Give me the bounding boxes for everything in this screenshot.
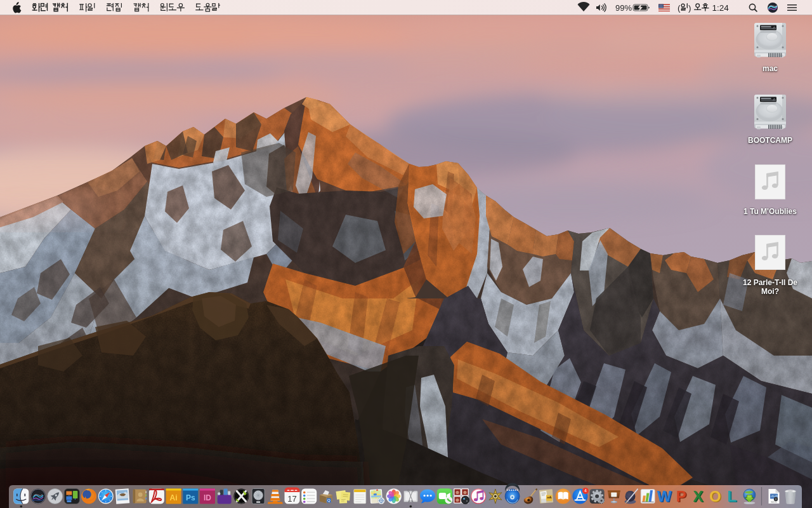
svg-text:MOV: MOV	[771, 500, 776, 504]
svg-text:Q: Q	[327, 498, 331, 502]
svg-text:4: 4	[584, 488, 587, 493]
svg-text:Ps: Ps	[186, 493, 195, 502]
svg-text:ID: ID	[204, 493, 211, 502]
svg-text:): )	[688, 3, 691, 13]
svg-text:P: P	[676, 488, 686, 505]
svg-text:17: 17	[287, 494, 296, 504]
svg-text:(: (	[678, 3, 681, 13]
svg-text:99%: 99%	[615, 3, 632, 13]
svg-text:L: L	[728, 488, 737, 505]
svg-text:W: W	[657, 488, 672, 505]
svg-text:Ai: Ai	[170, 493, 178, 502]
svg-text:O: O	[709, 488, 721, 505]
svg-text:X: X	[693, 488, 703, 505]
svg-text:1:24: 1:24	[712, 3, 730, 13]
